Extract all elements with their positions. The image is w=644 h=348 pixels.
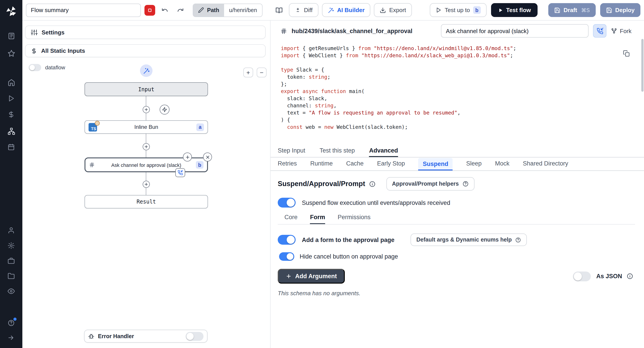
default-args-help-button[interactable]: Default args & Dynamic enums help	[410, 234, 527, 246]
copy-code-button[interactable]	[623, 50, 630, 57]
node-input[interactable]: Input	[84, 82, 208, 96]
tab-early-stop[interactable]: Early Stop	[377, 160, 405, 170]
node-inline-bun-label: Inline Bun	[85, 124, 208, 130]
advanced-tabs: Retries Runtime Cache Early Stop Suspend…	[270, 158, 644, 171]
tab-mock[interactable]: Mock	[495, 160, 510, 170]
trigger-button[interactable]	[160, 105, 170, 114]
red-square-button[interactable]	[144, 5, 155, 16]
error-handler-row[interactable]: Error Handler	[84, 330, 208, 343]
subtab-permissions[interactable]: Permissions	[338, 214, 370, 224]
suspend-status-button[interactable]	[593, 24, 606, 38]
default-args-help-label: Default args & Dynamic enums help	[416, 236, 512, 243]
node-inline-bun[interactable]: TS Inline Bun a	[84, 120, 208, 134]
gear-icon[interactable]	[4, 239, 18, 252]
scrollbar-thumb[interactable]	[641, 39, 644, 92]
node-result-label: Result	[137, 198, 156, 205]
node-approval-label: Ask channel for approval (slack)	[86, 162, 207, 168]
flow-summary-input[interactable]	[26, 3, 141, 17]
tab-shared-directory[interactable]: Shared Directory	[523, 160, 568, 170]
workflow-icon[interactable]	[4, 124, 18, 138]
tab-advanced[interactable]: Advanced	[369, 147, 398, 157]
step-badge-b: b	[196, 161, 204, 169]
dollar-icon	[31, 48, 37, 54]
user-icon[interactable]	[4, 224, 18, 237]
tab-suspend[interactable]: Suspend	[418, 158, 453, 170]
add-step-button[interactable]	[143, 181, 150, 188]
tab-sleep[interactable]: Sleep	[466, 160, 482, 170]
ai-flow-button[interactable]	[140, 64, 152, 77]
export-label: Export	[389, 7, 406, 14]
step-summary-input[interactable]	[441, 24, 588, 38]
collapse-icon[interactable]	[4, 331, 18, 344]
add-argument-button[interactable]: Add Argument	[278, 269, 345, 284]
add-step-button[interactable]	[143, 143, 150, 150]
suspend-indicator[interactable]	[175, 168, 185, 177]
docs-button[interactable]	[273, 4, 285, 16]
star-icon[interactable]	[4, 46, 18, 60]
code-editor[interactable]: import { getResumeUrls } from "https://d…	[270, 41, 644, 145]
static-inputs-row[interactable]: All Static Inputs	[25, 44, 266, 57]
suspend-toggle-label: Suspend flow execution until events/appr…	[302, 199, 450, 206]
step-tabs: Step Input Test this step Advanced	[270, 145, 644, 158]
as-json-toggle[interactable]	[573, 271, 591, 281]
export-button[interactable]: Export	[374, 3, 412, 17]
dataflow-toggle[interactable]	[28, 64, 41, 71]
delete-step-button[interactable]	[203, 152, 212, 162]
sliders-icon	[31, 29, 38, 36]
hide-cancel-toggle[interactable]	[279, 252, 294, 261]
suspend-toggle[interactable]	[278, 198, 296, 208]
test-up-to-button[interactable]: Test up to b	[430, 3, 486, 17]
dollar-icon[interactable]	[4, 108, 18, 121]
error-handler-label: Error Handler	[98, 333, 134, 339]
help-circle-icon	[516, 237, 521, 243]
suspend-heading: Suspend/Approval/Prompt	[278, 180, 365, 188]
path-edit-chip[interactable]: Path	[193, 4, 224, 16]
info-icon	[626, 273, 633, 280]
test-flow-button[interactable]: Test flow	[491, 3, 538, 17]
move-step-button[interactable]	[183, 152, 192, 162]
home-icon[interactable]	[4, 76, 18, 89]
tab-test-this-step[interactable]: Test this step	[320, 147, 355, 157]
zoom-out-button[interactable]: −	[257, 68, 266, 78]
approval-helpers-button[interactable]: Approval/Prompt helpers	[386, 177, 474, 190]
play-icon[interactable]	[4, 92, 18, 105]
help-icon[interactable]	[4, 316, 18, 330]
hash-icon	[280, 28, 287, 34]
zoom-controls: + −	[243, 68, 266, 78]
fork-button[interactable]: Fork	[611, 28, 632, 34]
ai-builder-button[interactable]: AI Builder	[322, 3, 370, 17]
redo-button[interactable]	[174, 4, 186, 16]
notebook-icon[interactable]	[4, 29, 18, 42]
error-handler-toggle[interactable]	[186, 332, 204, 340]
node-result[interactable]: Result	[84, 195, 208, 208]
draft-button[interactable]: Draft ⌘S	[548, 3, 596, 17]
subtab-form[interactable]: Form	[310, 214, 325, 224]
path-control[interactable]: Path u/henri/ben	[193, 3, 262, 17]
bug-icon	[88, 333, 94, 339]
deploy-button[interactable]: Deploy	[600, 3, 640, 17]
tab-cache[interactable]: Cache	[346, 160, 364, 170]
undo-button[interactable]	[159, 4, 171, 16]
subtab-core[interactable]: Core	[284, 214, 298, 224]
add-step-button[interactable]	[143, 106, 150, 113]
approval-helpers-label: Approval/Prompt helpers	[392, 181, 459, 187]
tab-step-input[interactable]: Step Input	[278, 147, 305, 157]
add-form-toggle[interactable]	[278, 235, 296, 245]
windmill-logo[interactable]	[4, 4, 18, 18]
flow-settings-row[interactable]: Settings	[25, 26, 266, 39]
topbar: Path u/henri/ben Diff AI Builder Export …	[22, 0, 644, 20]
notification-dot	[14, 318, 16, 321]
plus-move-icon	[185, 154, 190, 160]
tab-runtime[interactable]: Runtime	[310, 160, 333, 170]
briefcase-icon[interactable]	[4, 254, 18, 268]
calendar-icon[interactable]	[4, 140, 18, 154]
square-icon	[148, 9, 151, 12]
save-icon	[554, 7, 560, 13]
diff-button[interactable]: Diff	[289, 3, 318, 17]
wand-icon	[328, 7, 334, 13]
eye-icon[interactable]	[4, 284, 18, 298]
draft-shortcut: ⌘S	[581, 7, 590, 13]
folder-icon[interactable]	[4, 269, 18, 283]
tab-retries[interactable]: Retries	[278, 160, 297, 170]
zoom-in-button[interactable]: +	[243, 68, 253, 78]
